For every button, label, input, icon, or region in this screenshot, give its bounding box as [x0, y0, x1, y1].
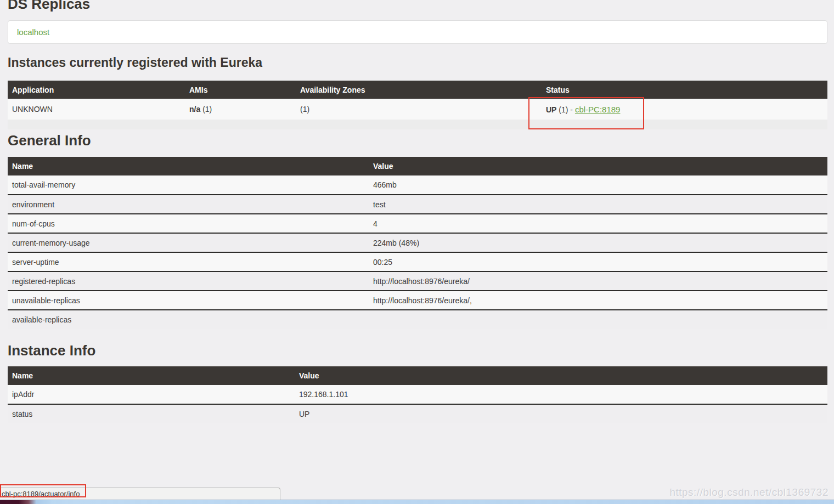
info-value: 192.168.1.101: [295, 385, 827, 404]
instances-heading: Instances currently registered with Eure…: [8, 55, 827, 70]
amis-value: n/a: [189, 105, 200, 114]
replica-link-localhost[interactable]: localhost: [17, 27, 49, 37]
amis-count: (1): [202, 105, 212, 114]
info-value: http://localhost:8976/eureka/: [369, 271, 827, 291]
instance-info-table: Name Value ipAddr 192.168.1.101 status U…: [8, 366, 827, 423]
general-info-table: Name Value total-avail-memory 466mb envi…: [8, 157, 827, 329]
column-header-name: Name: [8, 366, 295, 385]
info-value: 00:25: [369, 252, 827, 271]
column-header-availability-zones: Availability Zones: [296, 81, 542, 99]
column-header-status: Status: [542, 81, 827, 99]
info-value: UP: [295, 404, 827, 423]
table-row: status UP: [8, 404, 827, 423]
page-content: DS Replicas localhost Instances currentl…: [0, 0, 834, 423]
column-header-name: Name: [8, 157, 369, 175]
info-value: 4: [369, 214, 827, 233]
info-value: 224mb (48%): [369, 233, 827, 252]
table-row: server-uptime 00:25: [8, 252, 827, 271]
instances-table: Application AMIs Availability Zones Stat…: [8, 81, 827, 129]
info-name: environment: [8, 195, 369, 214]
table-row: num-of-cpus 4: [8, 214, 827, 233]
table-row: ipAddr 192.168.1.101: [8, 385, 827, 404]
table-row: unavailable-replicas http://localhost:89…: [8, 291, 827, 310]
info-name: status: [8, 404, 295, 423]
column-header-application: Application: [8, 81, 185, 99]
column-header-amis: AMIs: [185, 81, 296, 99]
application-cell: UNKNOWN: [8, 99, 185, 120]
instances-table-footer-strip: [8, 120, 827, 129]
ds-replicas-box: localhost: [8, 20, 827, 44]
column-header-value: Value: [295, 366, 827, 385]
info-name: registered-replicas: [8, 271, 369, 291]
instance-row: UNKNOWN n/a (1) (1) UP (1) - cbl-PC:8189: [8, 99, 827, 120]
info-name: total-avail-memory: [8, 175, 369, 195]
info-value: [369, 310, 827, 329]
table-row: available-replicas: [8, 310, 827, 329]
info-name: available-replicas: [8, 310, 369, 329]
info-value: test: [369, 195, 827, 214]
table-row: registered-replicas http://localhost:897…: [8, 271, 827, 291]
status-cell: UP (1) - cbl-PC:8189: [542, 99, 827, 120]
info-name: server-uptime: [8, 252, 369, 271]
instance-info-heading: Instance Info: [8, 342, 827, 359]
table-row: environment test: [8, 195, 827, 214]
table-row: current-memory-usage 224mb (48%): [8, 233, 827, 252]
page-title: DS Replicas: [8, 0, 827, 12]
info-name: ipAddr: [8, 385, 295, 404]
info-name: unavailable-replicas: [8, 291, 369, 310]
status-separator: -: [570, 105, 573, 114]
status-count: (1): [559, 105, 568, 114]
status-value: UP: [546, 105, 556, 114]
info-name: num-of-cpus: [8, 214, 369, 233]
info-value: 466mb: [369, 175, 827, 195]
zones-cell: (1): [296, 99, 542, 120]
instances-header-row: Application AMIs Availability Zones Stat…: [8, 81, 827, 99]
status-bar-url: cbl-pc:8189/actuator/info: [2, 490, 80, 498]
watermark: https://blog.csdn.net/cbl1369732: [669, 486, 829, 499]
eureka-dashboard-page: DS Replicas localhost Instances currentl…: [0, 0, 834, 504]
general-info-heading: General Info: [8, 132, 827, 149]
instance-info-header-row: Name Value: [8, 366, 827, 385]
amis-cell: n/a (1): [185, 99, 296, 120]
info-name: current-memory-usage: [8, 233, 369, 252]
general-info-header-row: Name Value: [8, 157, 827, 175]
info-value: http://localhost:8976/eureka/,: [369, 291, 827, 310]
column-header-value: Value: [369, 157, 827, 175]
window-edge-strip: [0, 500, 834, 504]
instance-link-cbl-pc-8189[interactable]: cbl-PC:8189: [575, 105, 621, 114]
browser-status-bar: cbl-pc:8189/actuator/info: [0, 488, 280, 500]
table-row: total-avail-memory 466mb: [8, 175, 827, 195]
